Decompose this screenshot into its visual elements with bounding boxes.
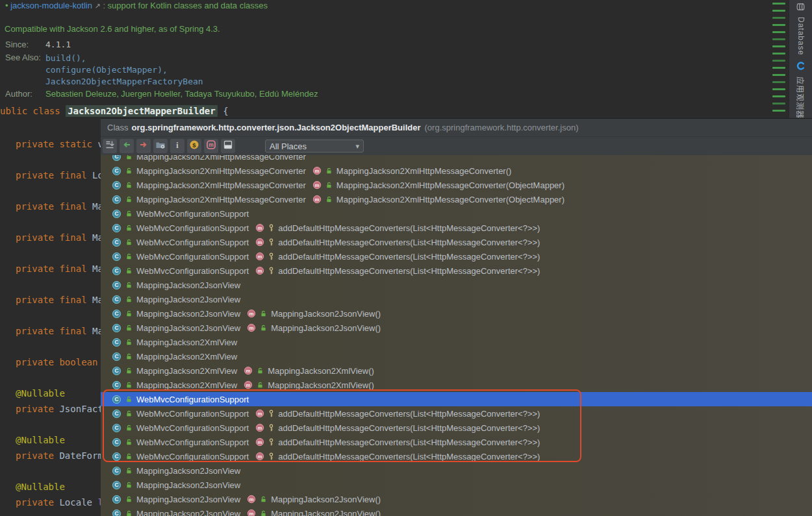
database-toolwindow-button[interactable]: Database	[796, 2, 806, 55]
usage-list-item[interactable]: CMappingJackson2JsonViewmMappingJackson2…	[101, 321, 812, 335]
right-toolwindow-bar: Database 应用观测器	[789, 0, 812, 119]
svg-text:C: C	[114, 367, 118, 374]
usage-list-item[interactable]: CWebMvcConfigurationSupportmaddDefaultHt…	[101, 435, 812, 449]
public-lock-icon	[125, 225, 133, 232]
scope-dropdown[interactable]: All Places ▾	[265, 140, 364, 153]
editor-line[interactable]: @Nullable	[16, 482, 65, 492]
vcs-change-mark	[772, 45, 785, 47]
usage-list-item[interactable]: CWebMvcConfigurationSupportmaddDefaultHt…	[101, 264, 812, 278]
editor-line[interactable]: private final Ma	[16, 232, 101, 243]
class-icon: C	[112, 395, 121, 404]
editor-line[interactable]: private boolean	[16, 357, 97, 367]
editor-line[interactable]: private JsonFact	[16, 404, 101, 414]
method-badge-icon: m	[206, 140, 216, 153]
svg-text:m: m	[249, 497, 254, 502]
usage-class-name: MappingJackson2XmlView	[136, 352, 237, 362]
usage-method-name: addDefaultHttpMessageConverters(List<Htt…	[278, 252, 540, 262]
usage-list-item[interactable]: CMappingJackson2JsonView	[101, 478, 812, 492]
usage-list-item[interactable]: CWebMvcConfigurationSupport	[101, 206, 812, 221]
vcs-change-mark	[772, 81, 785, 83]
folder-settings-button[interactable]	[153, 139, 168, 153]
observer-toolwindow-button[interactable]: 应用观测器	[795, 61, 806, 119]
public-lock-icon	[260, 310, 267, 317]
method-badge-button[interactable]: m	[204, 139, 218, 153]
usage-class-name: MappingJackson2XmlHttpMessageConverter	[136, 180, 306, 190]
protected-key-icon	[268, 267, 274, 275]
editor-line[interactable]: private DateForm	[16, 450, 101, 461]
protected-key-icon	[268, 410, 274, 417]
usage-list-item[interactable]: CMappingJackson2XmlViewmMappingJackson2X…	[101, 378, 812, 392]
usage-list-item[interactable]: CMappingJackson2JsonViewmMappingJackson2…	[101, 306, 812, 321]
info-button[interactable]: i	[170, 139, 184, 153]
usage-list-item[interactable]: CMappingJackson2XmlHttpMessageConverterm…	[101, 178, 812, 192]
see-also-link[interactable]: configure(ObjectMapper),	[45, 64, 203, 76]
usages-popup: Class org.springframework.http.converter…	[101, 119, 812, 516]
public-lock-icon	[125, 239, 133, 246]
public-lock-icon	[260, 325, 267, 332]
public-lock-icon	[125, 267, 133, 275]
usage-list-item[interactable]: CMappingJackson2JsonViewmMappingJackson2…	[101, 492, 812, 506]
editor-line[interactable]: private final Ma	[16, 295, 101, 305]
svg-text:m: m	[209, 141, 214, 148]
chevron-down-icon: ▾	[355, 142, 359, 151]
usage-list-item[interactable]: CMappingJackson2XmlHttpMessageConverterm…	[101, 192, 812, 206]
class-icon: C	[112, 423, 121, 433]
usage-class-name: WebMvcConfigurationSupport	[136, 266, 249, 276]
svg-text:m: m	[246, 368, 251, 374]
usage-list-item[interactable]: CWebMvcConfigurationSupportmaddDefaultHt…	[101, 421, 812, 435]
usage-list-item[interactable]: CWebMvcConfigurationSupport	[101, 392, 812, 406]
class-icon: C	[112, 166, 121, 176]
editor-line[interactable]: private final Ma	[16, 326, 101, 336]
usage-list-item[interactable]: CMappingJackson2XmlHttpMessageConverterm…	[101, 164, 812, 178]
usage-list-item[interactable]: CMappingJackson2JsonView	[101, 463, 812, 478]
editor-line[interactable]: @Nullable	[16, 435, 65, 445]
since-label: Since:	[5, 40, 29, 49]
class-icon: C	[112, 195, 121, 204]
method-icon: m	[247, 495, 256, 504]
usage-list-item[interactable]: CMappingJackson2XmlView	[101, 335, 812, 349]
usage-list-item[interactable]: CMappingJackson2XmlViewmMappingJackson2X…	[101, 363, 812, 378]
dollar-badge-button[interactable]: $	[187, 139, 201, 153]
class-icon: C	[112, 366, 121, 376]
module-link[interactable]: jackson-module-kotlin	[10, 1, 92, 10]
usage-list-item[interactable]: CMappingJackson2JsonView	[101, 292, 812, 306]
see-also-link[interactable]: Jackson2ObjectMapperFactoryBean	[45, 76, 203, 88]
vcs-change-mark	[772, 60, 785, 62]
since-value: 4.1.1	[45, 40, 71, 49]
vcs-change-mark	[772, 38, 785, 40]
protected-key-icon	[268, 252, 274, 260]
protected-key-icon	[268, 238, 274, 246]
usage-list-item[interactable]: CWebMvcConfigurationSupportmaddDefaultHt…	[101, 449, 812, 463]
read-access-arrow-button[interactable]	[120, 139, 134, 153]
svg-text:C: C	[114, 253, 118, 260]
usage-list-item[interactable]: CMappingJackson2XmlHttpMessageConverter	[101, 155, 812, 164]
editor-code-strip[interactable]: private static vprivate final Loprivate …	[0, 119, 101, 516]
usage-list-item[interactable]: CWebMvcConfigurationSupportmaddDefaultHt…	[101, 249, 812, 264]
usage-list-item[interactable]: CWebMvcConfigurationSupportmaddDefaultHt…	[101, 406, 812, 421]
dock-down-button[interactable]	[103, 139, 117, 153]
usage-list-item[interactable]: CWebMvcConfigurationSupportmaddDefaultHt…	[101, 235, 812, 249]
class-icon: C	[112, 295, 121, 304]
vcs-change-mark	[772, 17, 785, 19]
see-also-link[interactable]: build(),	[45, 53, 203, 64]
editor-line[interactable]: private Locale l	[16, 497, 101, 508]
class-icon: C	[112, 180, 121, 190]
usage-method-name: addDefaultHttpMessageConverters(List<Htt…	[278, 409, 540, 419]
editor-line[interactable]: private final Ma	[16, 264, 101, 274]
usage-method-name: addDefaultHttpMessageConverters(List<Htt…	[278, 452, 540, 461]
usage-list-item[interactable]: CWebMvcConfigurationSupportmaddDefaultHt…	[101, 221, 812, 235]
svg-text:m: m	[258, 411, 262, 417]
svg-text:m: m	[258, 454, 262, 460]
editor-line[interactable]: @Nullable	[16, 388, 65, 399]
write-access-arrow-button[interactable]	[136, 139, 151, 153]
class-icon: C	[112, 437, 121, 447]
preview-pane-button[interactable]	[221, 139, 235, 153]
usage-list-item[interactable]: CMappingJackson2JsonView	[101, 278, 812, 292]
class-declaration-line[interactable]: ublic class Jackson2ObjectMapperBuilder …	[0, 106, 229, 116]
usage-list-item[interactable]: CMappingJackson2JsonViewmMappingJackson2…	[101, 506, 812, 516]
editor-line[interactable]: private final Lo	[16, 170, 101, 180]
public-lock-icon	[260, 510, 267, 516]
editor-line[interactable]: private final Ma	[16, 201, 101, 212]
editor-line[interactable]: private static v	[16, 139, 101, 149]
usage-list-item[interactable]: CMappingJackson2XmlView	[101, 349, 812, 363]
